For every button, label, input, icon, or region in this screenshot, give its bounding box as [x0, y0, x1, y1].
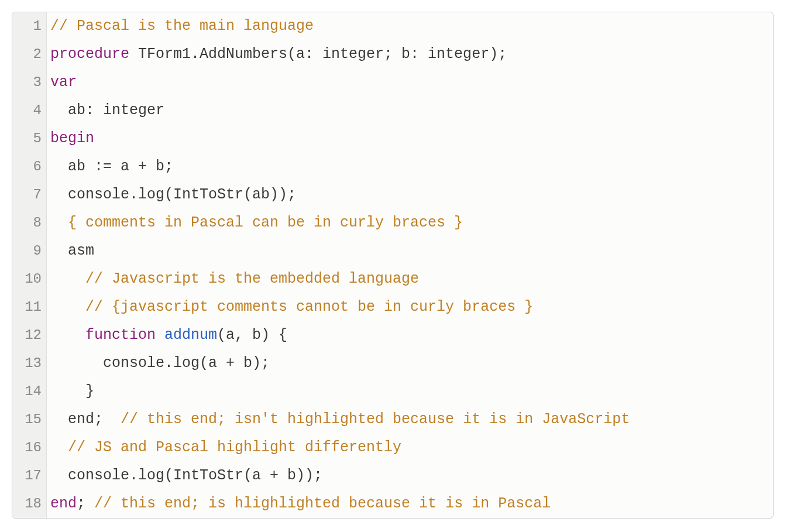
token-default: ab := a + b;	[50, 158, 173, 175]
token-comment: { comments in Pascal can be in curly bra…	[68, 214, 463, 231]
code-content: ab: integer	[47, 97, 164, 125]
line-number: 17	[12, 462, 47, 490]
token-default: TForm1.AddNumbers(a: integer; b: integer…	[129, 46, 507, 63]
token-default: ;	[77, 495, 94, 512]
token-comment: // {javascript comments cannot be in cur…	[85, 298, 533, 315]
code-content: asm	[47, 237, 94, 265]
line-number: 1	[12, 12, 47, 40]
code-line: 7 console.log(IntToStr(ab));	[12, 181, 773, 209]
token-default	[50, 439, 68, 456]
token-comment: // JS and Pascal highlight differently	[68, 439, 401, 456]
token-default: asm	[50, 242, 94, 259]
code-line: 9 asm	[12, 237, 773, 265]
code-line: 13 console.log(a + b);	[12, 349, 773, 377]
token-default: end;	[50, 411, 121, 428]
line-number: 14	[12, 377, 47, 406]
code-line: 3var	[12, 68, 773, 97]
token-comment: // Javascript is the embedded language	[85, 270, 419, 287]
token-default: console.log(a + b);	[50, 355, 270, 372]
code-line: 8 { comments in Pascal can be in curly b…	[12, 209, 773, 237]
code-line: 10 // Javascript is the embedded languag…	[12, 265, 773, 293]
code-line: 16 // JS and Pascal highlight differentl…	[12, 434, 773, 462]
line-number: 7	[12, 181, 47, 209]
line-number: 15	[12, 406, 47, 434]
code-line: 12 function addnum(a, b) {	[12, 321, 773, 349]
token-default	[50, 270, 85, 287]
line-number: 13	[12, 349, 47, 377]
code-line: 18end; // this end; is hlighlighted beca…	[12, 490, 773, 518]
code-content: var	[47, 68, 77, 97]
code-line: 4 ab: integer	[12, 97, 773, 125]
token-default	[50, 298, 85, 315]
token-default	[50, 327, 85, 344]
line-number: 5	[12, 125, 47, 153]
code-line: 5begin	[12, 125, 773, 153]
token-keyword: begin	[50, 130, 94, 147]
code-content: console.log(a + b);	[47, 349, 270, 377]
code-content: function addnum(a, b) {	[47, 321, 287, 349]
line-number: 9	[12, 237, 47, 265]
code-content: end; // this end; isn't highlighted beca…	[47, 406, 630, 434]
token-keyword: procedure	[50, 46, 129, 63]
code-line: 6 ab := a + b;	[12, 153, 773, 181]
token-func: addnum	[164, 327, 217, 344]
line-number: 8	[12, 209, 47, 237]
code-content: procedure TForm1.AddNumbers(a: integer; …	[47, 40, 507, 68]
token-default: console.log(IntToStr(ab));	[50, 186, 296, 203]
token-comment: // Pascal is the main language	[50, 18, 314, 35]
line-number: 11	[12, 293, 47, 321]
code-content: end; // this end; is hlighlighted becaus…	[47, 490, 551, 518]
token-keyword: end	[50, 495, 77, 512]
line-number: 12	[12, 321, 47, 349]
line-number: 6	[12, 153, 47, 181]
token-default: (a, b) {	[217, 327, 287, 344]
token-comment: // this end; isn't highlighted because i…	[121, 411, 630, 428]
token-default: }	[50, 383, 94, 400]
line-number: 10	[12, 265, 47, 293]
code-block: 1// Pascal is the main language2procedur…	[12, 12, 774, 519]
code-content: // JS and Pascal highlight differently	[47, 434, 401, 462]
code-line: 1// Pascal is the main language	[12, 12, 773, 40]
code-line: 11 // {javascript comments cannot be in …	[12, 293, 773, 321]
code-content: console.log(IntToStr(ab));	[47, 181, 296, 209]
token-default: ab: integer	[50, 102, 164, 119]
code-content: console.log(IntToStr(a + b));	[47, 462, 322, 490]
line-number: 4	[12, 97, 47, 125]
code-content: }	[47, 377, 94, 406]
code-content: // Pascal is the main language	[47, 12, 314, 40]
code-line: 14 }	[12, 377, 773, 406]
token-keyword: function	[85, 327, 156, 344]
line-number: 2	[12, 40, 47, 68]
code-content: { comments in Pascal can be in curly bra…	[47, 209, 463, 237]
code-content: // Javascript is the embedded language	[47, 265, 419, 293]
token-keyword: var	[50, 74, 77, 91]
code-line: 15 end; // this end; isn't highlighted b…	[12, 406, 773, 434]
code-line: 2procedure TForm1.AddNumbers(a: integer;…	[12, 40, 773, 68]
token-default	[156, 327, 164, 344]
token-default	[50, 214, 68, 231]
code-content: // {javascript comments cannot be in cur…	[47, 293, 533, 321]
line-number: 3	[12, 68, 47, 97]
code-content: begin	[47, 125, 94, 153]
token-comment: // this end; is hlighlighted because it …	[94, 495, 551, 512]
line-number: 16	[12, 434, 47, 462]
code-content: ab := a + b;	[47, 153, 173, 181]
token-default: console.log(IntToStr(a + b));	[50, 467, 322, 484]
code-line: 17 console.log(IntToStr(a + b));	[12, 462, 773, 490]
line-number: 18	[12, 490, 47, 518]
